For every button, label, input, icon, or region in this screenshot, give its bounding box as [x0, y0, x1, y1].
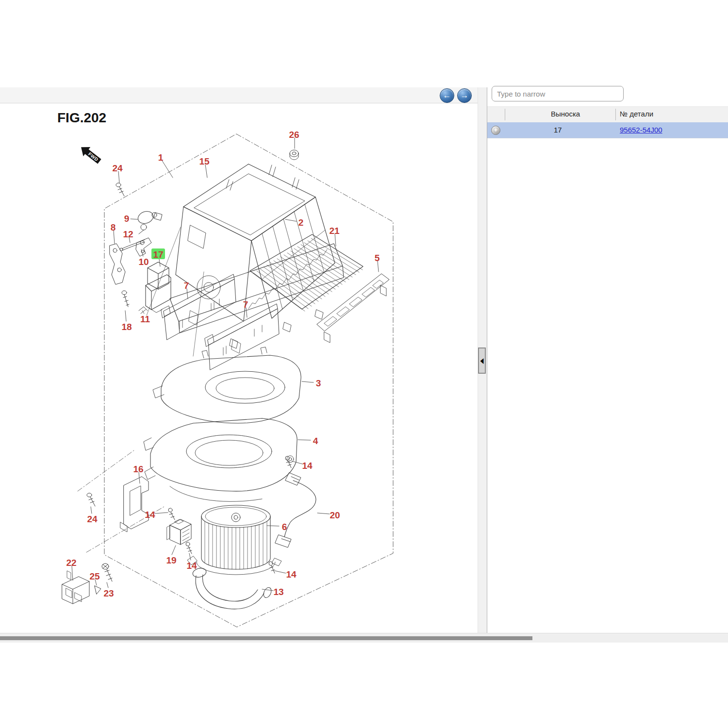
part-blower-housing-4: [144, 418, 297, 501]
svg-text:6: 6: [282, 522, 287, 532]
svg-text:14: 14: [145, 510, 155, 520]
parts-catalog-window: ← → FIG.202 FWD: [0, 0, 728, 728]
svg-text:17: 17: [153, 249, 163, 260]
table-row[interactable]: + 17 95652-54J00: [487, 122, 728, 138]
collapse-triangle-icon: ◀: [480, 357, 484, 364]
horizontal-scrollbar[interactable]: [0, 633, 728, 643]
callout-13[interactable]: 13: [262, 587, 284, 597]
callout-layer: 1152624981222117105771118341416241420619…: [66, 130, 380, 598]
svg-text:24: 24: [112, 163, 123, 173]
part-seal-7a: [161, 274, 236, 340]
table-header: Выноска № детали: [487, 106, 728, 123]
part-wire-harness-20: [275, 473, 316, 547]
svg-text:22: 22: [66, 558, 76, 568]
callout-5[interactable]: 5: [375, 253, 380, 272]
expand-row-icon[interactable]: +: [491, 126, 500, 135]
svg-text:5: 5: [375, 253, 380, 263]
diagram-toolbar: ← →: [0, 87, 478, 103]
callout-12[interactable]: 12: [123, 229, 133, 243]
callout-9[interactable]: 9: [124, 214, 138, 224]
part-clamp-and-screw: [122, 291, 148, 314]
part-intake-case-3: [153, 347, 301, 423]
back-arrow-icon[interactable]: ←: [440, 88, 454, 103]
callout-14[interactable]: 14: [186, 553, 197, 571]
pane-splitter[interactable]: ◀: [478, 87, 487, 633]
diagram-pane: FIG.202 FWD: [0, 103, 478, 633]
svg-text:16: 16: [133, 464, 143, 474]
callout-6[interactable]: 6: [267, 522, 287, 532]
horizontal-scrollbar-thumb[interactable]: [0, 636, 532, 640]
svg-text:14: 14: [302, 461, 313, 471]
callout-2[interactable]: 2: [285, 217, 303, 228]
callout-21[interactable]: 21: [329, 226, 340, 247]
part-resistor-17: [146, 262, 171, 313]
part-hose-13: [192, 567, 273, 609]
callout-14[interactable]: 14: [275, 569, 297, 579]
svg-text:21: 21: [329, 226, 340, 236]
svg-text:7: 7: [184, 281, 189, 291]
callout-22[interactable]: 22: [66, 558, 76, 581]
svg-text:4: 4: [313, 436, 318, 446]
part-screw-23: [102, 563, 112, 581]
svg-text:11: 11: [140, 314, 150, 324]
svg-text:2: 2: [298, 217, 304, 228]
callout-24[interactable]: 24: [87, 507, 98, 524]
part-seal-7b: [205, 304, 279, 370]
svg-text:26: 26: [289, 130, 299, 140]
callout-4[interactable]: 4: [298, 436, 318, 446]
svg-text:8: 8: [111, 222, 116, 232]
part-blower-wheel-6: [187, 505, 281, 575]
svg-text:24: 24: [87, 514, 98, 524]
callout-24[interactable]: 24: [112, 163, 123, 183]
callout-23[interactable]: 23: [103, 582, 114, 598]
callout-16[interactable]: 16: [133, 464, 143, 484]
header-callout: Выноска: [551, 110, 580, 118]
collapse-handle[interactable]: ◀: [478, 347, 486, 374]
exploded-parts-diagram: FWD: [0, 103, 478, 633]
part-servo-linkage: [110, 209, 162, 284]
callout-17[interactable]: 17: [151, 248, 165, 266]
svg-text:9: 9: [124, 214, 130, 224]
row-callout-value: 17: [554, 126, 562, 134]
column-divider: [615, 109, 616, 120]
assembly-boundary: [104, 134, 393, 627]
callout-25[interactable]: 25: [89, 571, 100, 586]
part-bracket-16: [120, 477, 149, 532]
svg-text:23: 23: [103, 588, 114, 598]
svg-text:10: 10: [138, 257, 149, 267]
column-divider: [505, 109, 505, 120]
svg-text:3: 3: [316, 378, 321, 388]
callout-18[interactable]: 18: [121, 311, 132, 332]
svg-text:13: 13: [273, 587, 283, 597]
svg-text:12: 12: [123, 229, 133, 239]
part-list-pane: Выноска № детали + 17 95652-54J00: [487, 78, 728, 633]
fwd-arrow-icon: FWD: [78, 143, 103, 166]
callout-7[interactable]: 7: [243, 299, 248, 318]
svg-text:7: 7: [243, 299, 248, 310]
callout-7[interactable]: 7: [184, 281, 189, 299]
search-input[interactable]: [492, 86, 624, 101]
alignment-lines: [147, 227, 204, 356]
svg-text:1: 1: [158, 152, 164, 163]
svg-text:14: 14: [286, 569, 297, 579]
callout-15[interactable]: 15: [199, 156, 210, 178]
callout-3[interactable]: 3: [302, 378, 321, 388]
svg-text:15: 15: [199, 156, 210, 166]
callout-10[interactable]: 10: [138, 249, 149, 267]
callout-1[interactable]: 1: [158, 152, 173, 178]
interior-chain-lines: [78, 450, 164, 552]
callout-26[interactable]: 26: [289, 130, 299, 149]
header-part-number: № детали: [620, 110, 653, 118]
callout-19[interactable]: 19: [166, 546, 176, 565]
part-clip-25: [95, 586, 101, 594]
callout-8[interactable]: 8: [111, 222, 116, 244]
svg-text:19: 19: [166, 555, 176, 565]
forward-arrow-icon[interactable]: →: [457, 88, 472, 103]
svg-text:25: 25: [89, 571, 100, 581]
svg-text:20: 20: [330, 510, 340, 520]
callout-14[interactable]: 14: [145, 510, 168, 520]
part-connector-22: [62, 571, 89, 604]
part-number-link[interactable]: 95652-54J00: [620, 126, 662, 134]
part-heater-case: [170, 164, 344, 348]
callout-20[interactable]: 20: [317, 510, 340, 520]
